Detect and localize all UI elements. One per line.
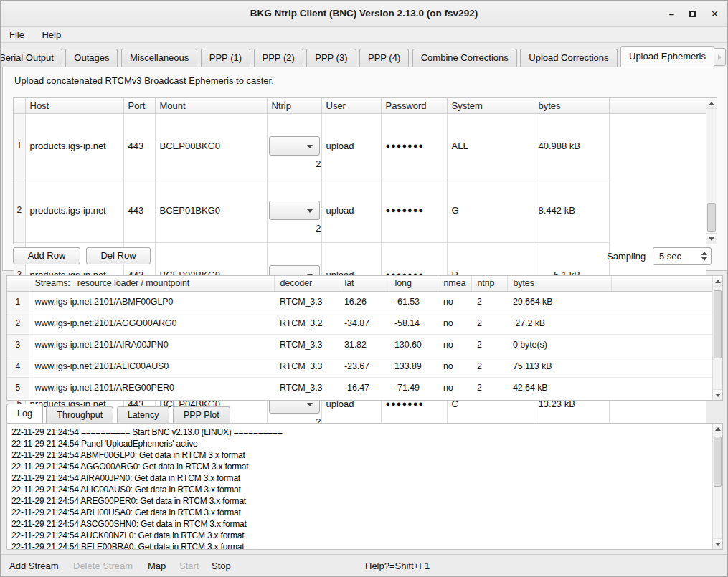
tab-miscellaneous[interactable]: Miscellaneous	[121, 49, 197, 67]
cell-host[interactable]: products.igs-ip.net	[25, 113, 123, 178]
cell-password[interactable]: ●●●●●●●	[381, 178, 447, 242]
cell-mountpoint: www.igs-ip.net:2101/AREG00PER0	[29, 377, 274, 399]
tab-upload-ephemeris[interactable]: Upload Ephemeris	[620, 46, 714, 67]
header-decoder: decoder	[274, 276, 339, 291]
header-ntrip: Ntrip	[267, 98, 321, 113]
spin-down-icon[interactable]	[701, 257, 707, 261]
cell-user[interactable]: upload	[321, 178, 381, 242]
header-filler	[611, 276, 714, 291]
streams-table: Streams: resource loader / mountpoint de…	[6, 275, 723, 401]
cell-decoder: RTCM_3.3	[274, 291, 339, 313]
scroll-up-icon[interactable]	[713, 276, 722, 287]
cell-mountpoint: www.igs-ip.net:2101/ALIC00AUS0	[29, 356, 274, 377]
table-row: 1 products.igs-ip.net 443 BCEP00BKG0 2s …	[14, 113, 706, 178]
tab-ppp-3[interactable]: PPP (3)	[306, 49, 356, 67]
cell-lat: -34.87	[339, 313, 389, 334]
map-action[interactable]: Map	[148, 555, 166, 577]
help-hint: Help?=Shift+F1	[365, 555, 430, 577]
row-number[interactable]: 1	[14, 113, 25, 178]
stream-row[interactable]: 5 www.igs-ip.net:2101/AREG00PER0 RTCM_3.…	[7, 377, 714, 399]
header-system: System	[447, 98, 534, 113]
cell-host[interactable]: products.igs-ip.net	[25, 178, 123, 242]
spin-up-icon[interactable]	[701, 252, 707, 255]
header-host: Host	[25, 98, 123, 113]
tab-combine-corrections[interactable]: Combine Corrections	[412, 49, 517, 67]
cell-mountpoint: www.igs-ip.net:2101/AIRA00JPN0	[29, 334, 274, 356]
log-line: 22-11-29 21:24:54 ABMF00GLP0: Get data i…	[11, 449, 722, 461]
tab-serial-output[interactable]: Serial Output	[1, 49, 62, 67]
stream-row[interactable]: 3 www.igs-ip.net:2101/AIRA00JPN0 RTCM_3.…	[7, 334, 714, 356]
stream-row[interactable]: 4 www.igs-ip.net:2101/ALIC00AUS0 RTCM_3.…	[7, 356, 714, 377]
menu-file[interactable]: File	[9, 27, 24, 42]
tab-ppp-2[interactable]: PPP (2)	[254, 49, 303, 67]
cell-filler	[611, 334, 714, 356]
cell-decoder: RTCM_3.2	[274, 313, 339, 334]
scroll-down-icon[interactable]	[713, 389, 722, 400]
cell-mountpoint: www.igs-ip.net:2101/ABMF00GLP0	[29, 291, 274, 313]
corner-header	[7, 276, 29, 291]
close-icon[interactable]: ✕	[711, 9, 719, 19]
scroll-up-icon[interactable]	[713, 424, 722, 434]
tab-outages[interactable]: Outages	[65, 49, 118, 67]
row-number[interactable]: 2	[14, 178, 25, 242]
up-triangle-glyph	[709, 102, 714, 105]
scrollbar-thumb[interactable]	[707, 203, 716, 232]
cell-port[interactable]: 443	[123, 113, 155, 178]
cell-system[interactable]: G	[447, 178, 534, 242]
cell-password[interactable]: ●●●●●●●	[381, 113, 447, 178]
header-mount: Mount	[155, 98, 267, 113]
cell-port[interactable]: 443	[123, 178, 155, 242]
stream-row[interactable]: 1 www.igs-ip.net:2101/ABMF00GLP0 RTCM_3.…	[7, 291, 714, 313]
tab-throughput[interactable]: Throughput	[46, 406, 113, 423]
cell-lat: 16.26	[339, 291, 389, 313]
cell-system[interactable]: ALL	[447, 113, 534, 178]
header-long: long	[389, 276, 438, 291]
add-row-button[interactable]: Add Row	[13, 247, 80, 264]
menu-help[interactable]: Help	[42, 27, 61, 42]
right-triangle-glyph	[718, 54, 722, 60]
ntrip-version-dropdown[interactable]: 2s	[269, 201, 320, 220]
tab-upload-corrections[interactable]: Upload Corrections	[520, 49, 617, 67]
upload-table-scrollbar[interactable]	[706, 98, 717, 244]
tab-log[interactable]: Log	[6, 404, 43, 423]
log-output: 22-11-29 21:24:54 ========== Start BNC v…	[6, 423, 723, 550]
cell-ntrip: 2	[471, 313, 507, 334]
stop-action[interactable]: Stop	[212, 555, 231, 577]
scrollbar-thumb[interactable]	[714, 437, 722, 487]
row-number[interactable]: 1	[7, 291, 29, 313]
scroll-up-icon[interactable]	[706, 98, 717, 109]
stream-row[interactable]: 2 www.igs-ip.net:2101/AGGO00ARG0 RTCM_3.…	[7, 313, 714, 334]
row-number[interactable]: 4	[7, 356, 29, 377]
cell-lat: -16.47	[339, 377, 389, 399]
tab-ppp-1[interactable]: PPP (1)	[201, 49, 250, 67]
corner-header	[14, 98, 25, 113]
tab-ppp-plot[interactable]: PPP Plot	[173, 406, 230, 423]
scroll-down-icon[interactable]	[706, 233, 717, 244]
row-number[interactable]: 5	[7, 377, 29, 399]
minimize-icon[interactable]: –	[669, 9, 674, 19]
cell-user[interactable]: upload	[321, 113, 381, 178]
tab-latency[interactable]: Latency	[117, 406, 170, 423]
cell-ntrip: 2	[471, 334, 507, 356]
tab-ppp-4[interactable]: PPP (4)	[359, 49, 409, 67]
chevron-down-icon	[307, 209, 313, 213]
maximize-icon[interactable]	[689, 9, 696, 19]
down-triangle-glyph	[715, 543, 721, 546]
ntrip-version-dropdown[interactable]: 2s	[269, 136, 320, 156]
cell-long: 130.60	[389, 334, 438, 356]
scroll-down-icon[interactable]	[713, 538, 722, 549]
row-number[interactable]: 3	[7, 334, 29, 356]
cell-mount[interactable]: BCEP00BKG0	[155, 113, 267, 178]
sampling-spinner[interactable]: 5 sec	[653, 247, 712, 265]
header-user: User	[321, 98, 381, 113]
row-number[interactable]: 2	[7, 313, 29, 334]
add-stream-action[interactable]: Add Stream	[9, 555, 59, 577]
log-scrollbar[interactable]	[712, 424, 722, 549]
cell-nmea: no	[438, 377, 471, 399]
cell-filler	[611, 313, 714, 334]
streams-scrollbar[interactable]	[712, 276, 722, 400]
scrollbar-thumb[interactable]	[714, 290, 722, 358]
delete-stream-action: Delete Stream	[73, 555, 133, 577]
del-row-button[interactable]: Del Row	[86, 247, 151, 264]
cell-mount[interactable]: BCEP01BKG0	[155, 178, 267, 242]
